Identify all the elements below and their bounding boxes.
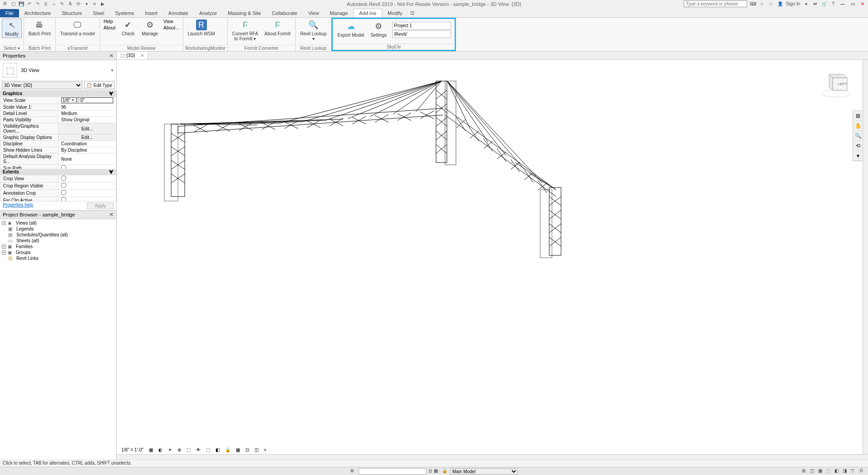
prop-detail-level-value[interactable]: Medium [58, 110, 116, 117]
tab-analyze[interactable]: Analyze [194, 9, 222, 17]
tab-massing[interactable]: Massing & Site [222, 9, 266, 17]
settings-button[interactable]: ⚙ Settings [368, 20, 389, 38]
tab-file[interactable]: File [0, 9, 19, 17]
play-icon[interactable]: ▶ [100, 1, 106, 7]
prop-cropregion-checkbox[interactable] [61, 183, 66, 188]
vc-icon-8[interactable]: ◧ [214, 446, 221, 453]
model-viewport[interactable] [144, 65, 619, 319]
vc-icon-11[interactable]: ⊡ [244, 446, 251, 453]
status-input[interactable] [358, 468, 426, 475]
tab-insert[interactable]: Insert [139, 9, 163, 17]
undo-icon[interactable]: ↶ [26, 1, 33, 7]
prop-discipline-value[interactable]: Coordination [58, 141, 116, 147]
scrollbar-vertical[interactable] [863, 60, 868, 454]
help-icon[interactable]: ? [830, 1, 836, 7]
view-sm-button[interactable]: View [162, 19, 181, 24]
tab-collaborate[interactable]: Collaborate [266, 9, 302, 17]
modify-button[interactable]: ↖ Modify [2, 19, 22, 38]
minimize-button[interactable]: — [839, 1, 846, 7]
star-icon[interactable]: ☆ [759, 1, 765, 7]
batch-print-button[interactable]: 🖶 Batch Print [26, 19, 53, 37]
scrollbar-horizontal[interactable] [117, 454, 868, 460]
prop-hidden-value[interactable]: By Discipline [58, 147, 116, 154]
text-icon[interactable]: A [67, 1, 73, 7]
sb-icon-8[interactable]: :0 [859, 468, 865, 475]
prop-view-scale-value[interactable] [61, 97, 113, 103]
filter-icon[interactable]: ⚙ [350, 468, 356, 475]
sb-icon-6[interactable]: ◨ [843, 468, 849, 475]
worksets-icon[interactable]: ▦ [434, 468, 440, 475]
tab-close-icon[interactable]: ✕ [140, 53, 144, 58]
search-input[interactable] [684, 0, 747, 7]
tab-systems[interactable]: Systems [110, 9, 139, 17]
prop-farclip-checkbox[interactable] [61, 197, 66, 201]
prop-parts-vis-value[interactable]: Show Original [58, 117, 116, 123]
vc-icon-3[interactable]: ☀ [166, 446, 174, 453]
apply-button[interactable]: Apply [87, 202, 114, 209]
more-nav-icon[interactable]: ▾ [853, 151, 863, 161]
zoom-icon[interactable]: 🔍 [853, 131, 863, 141]
extents-section[interactable]: Extents⮟ [0, 169, 116, 175]
main-model-dropdown[interactable]: Main Model [450, 468, 518, 475]
restore-button[interactable]: ▭ [849, 1, 856, 7]
about-sm-button[interactable]: About... [162, 25, 181, 31]
prop-analysis-value[interactable]: None [58, 154, 116, 165]
sb-icon-7[interactable]: ▽ [851, 468, 857, 475]
manage-button[interactable]: ⚙ Manage [139, 19, 161, 37]
expand-icon[interactable]: + [2, 221, 6, 225]
prop-sunpath-checkbox[interactable] [61, 165, 66, 169]
save-icon[interactable]: 💾 [18, 1, 24, 7]
export-model-button[interactable]: ☁ Export Model [335, 20, 367, 38]
project-path-input[interactable] [392, 30, 451, 38]
properties-help-link[interactable]: Properties help [3, 202, 33, 209]
sb-icon-5[interactable]: ◧ [834, 468, 841, 475]
sb-icon-1[interactable]: ⊞ [802, 468, 808, 475]
edit-type-button[interactable]: 📋 Edit Type [84, 82, 115, 89]
convert-rfa-button[interactable]: F Convert RFAto FormIt ▾ [230, 19, 261, 42]
tab-steel[interactable]: Steel [87, 9, 110, 17]
vc-chevron[interactable]: < [262, 446, 269, 453]
scale-control[interactable]: 1/8" = 1'-0" [120, 446, 145, 453]
tree-legends[interactable]: ▦Legends [2, 226, 115, 232]
canvas-area[interactable]: ⬚ {3D} ✕ [117, 52, 868, 460]
tab-view[interactable]: View [303, 9, 325, 17]
fullnav-icon[interactable]: ⊞ [853, 111, 863, 121]
launch-wsm-button[interactable]: R Launch WSM [185, 19, 218, 37]
sb-icon-2[interactable]: ◫ [810, 468, 816, 475]
instance-dropdown[interactable]: 3D View: {3D} [2, 82, 82, 89]
tab-structure[interactable]: Structure [56, 9, 87, 17]
select-group-label[interactable]: Select ▾ [2, 45, 22, 51]
dropdown-icon[interactable]: ▾ [803, 1, 809, 7]
help-button[interactable]: Help [102, 19, 117, 24]
project-name-input[interactable] [392, 22, 451, 29]
tree-families[interactable]: +▣Families [2, 244, 115, 249]
redo-icon[interactable]: ↷ [34, 1, 41, 7]
editable-icon[interactable]: 🔓 [442, 468, 448, 475]
more-icon[interactable]: ▾ [83, 1, 90, 7]
revit-lookup-button[interactable]: 🔍 Revit Lookup▾ [297, 19, 329, 42]
browser-close-button[interactable]: ✕ [109, 211, 114, 218]
tab-annotate[interactable]: Annotate [163, 9, 194, 17]
sb-icon-3[interactable]: ▦ [818, 468, 825, 475]
pan-icon[interactable]: ✋ [853, 121, 863, 131]
cart-icon[interactable]: 🛒 [821, 1, 827, 7]
tab-modify[interactable]: Modify [382, 9, 408, 17]
properties-close-button[interactable]: ✕ [109, 53, 114, 59]
user-icon[interactable]: 👤 [777, 1, 783, 7]
graphics-section[interactable]: Graphics⮟ [0, 91, 116, 96]
sync-icon[interactable]: ⟳ [75, 1, 82, 7]
check-button[interactable]: ✔ Check [118, 19, 138, 37]
tab-architecture[interactable]: Architecture [19, 9, 57, 17]
expand-icon[interactable]: + [2, 250, 6, 254]
tree-groups[interactable]: +▣Groups [2, 249, 115, 255]
type-selector-dropdown[interactable]: 3D View ▾ [21, 67, 114, 73]
dimension-icon[interactable]: ✎ [59, 1, 65, 7]
signin-label[interactable]: Sign In [786, 1, 800, 6]
measure-icon[interactable]: ↔ [51, 1, 57, 7]
open-icon[interactable]: ▢ [10, 1, 16, 7]
tree-views[interactable]: +◉Views (all) [2, 220, 115, 226]
prop-vg-button[interactable]: Edit... [58, 123, 116, 134]
vc-icon-12[interactable]: ◫ [253, 446, 260, 453]
vc-icon-10[interactable]: ▦ [234, 446, 242, 453]
tree-sheets[interactable]: ▭Sheets (all) [2, 238, 115, 244]
